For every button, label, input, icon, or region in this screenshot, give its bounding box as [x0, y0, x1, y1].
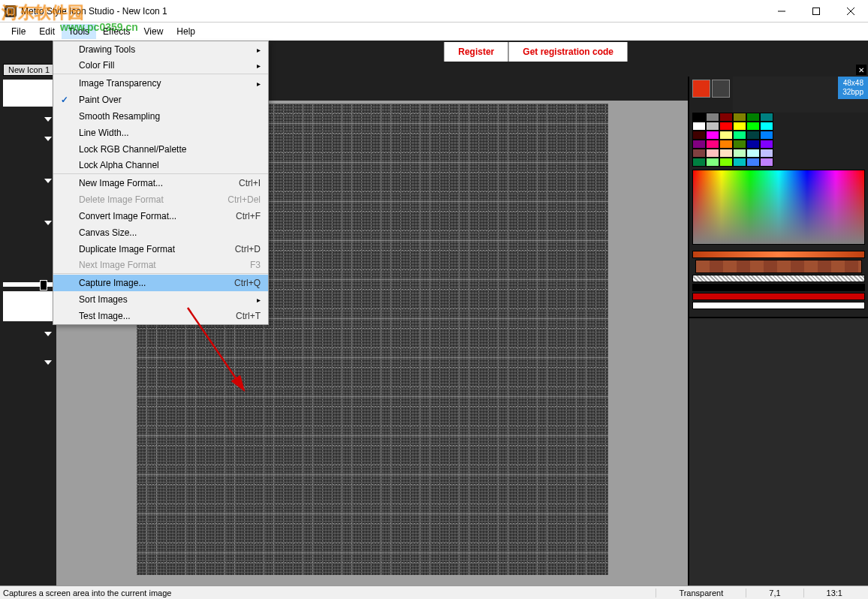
palette-swatch[interactable]: [746, 122, 760, 131]
palette-swatch[interactable]: [746, 149, 760, 158]
tool-row-5[interactable]: [0, 324, 56, 344]
menu-view[interactable]: View: [137, 24, 170, 39]
palette-swatch[interactable]: [692, 158, 706, 167]
menu-file[interactable]: File: [5, 24, 32, 39]
status-mode: Transparent: [656, 588, 746, 597]
tab-close-button[interactable]: ✕: [856, 65, 866, 75]
palette-swatch[interactable]: [733, 131, 746, 140]
palette-swatch[interactable]: [760, 158, 773, 167]
mi-capture-image[interactable]: Capture Image...Ctrl+Q: [53, 275, 268, 291]
mi-test-image[interactable]: Test Image...Ctrl+T: [53, 308, 268, 324]
palette-swatch[interactable]: [760, 113, 773, 122]
palette-swatch[interactable]: [760, 149, 773, 158]
menu-tools[interactable]: Tools: [62, 24, 96, 39]
hue-slider[interactable]: [692, 251, 865, 258]
palette-swatch[interactable]: [746, 113, 760, 122]
mi-next-image-format: Next Image FormatF3: [53, 257, 268, 274]
palette-swatch[interactable]: [719, 140, 733, 149]
gradient-color-picker[interactable]: [692, 170, 865, 245]
maximize-button[interactable]: [799, 0, 833, 23]
palette-swatch[interactable]: [733, 149, 746, 158]
mi-new-image-format[interactable]: New Image Format...Ctrl+I: [53, 175, 268, 191]
status-hint: Captures a screen area into the current …: [3, 588, 171, 597]
mi-lock-rgb[interactable]: Lock RGB Channel/Palette: [53, 141, 268, 158]
menu-help[interactable]: Help: [170, 24, 202, 39]
mi-delete-image-format: Delete Image FormatCtrl+Del: [53, 191, 268, 208]
background-color-swatch[interactable]: [712, 80, 730, 98]
palette-swatch[interactable]: [706, 113, 719, 122]
submenu-arrow-icon: ▸: [257, 62, 261, 70]
foreground-color-swatch[interactable]: [692, 80, 710, 98]
palette-swatch[interactable]: [746, 131, 760, 140]
mi-paint-over[interactable]: Paint Over: [53, 92, 268, 108]
dropdown-icon: [44, 137, 52, 141]
mi-color-fill[interactable]: Color Fill▸: [53, 58, 268, 74]
palette-swatch[interactable]: [706, 122, 719, 131]
palette-swatch[interactable]: [692, 131, 706, 140]
mi-sort-images[interactable]: Sort Images▸: [53, 291, 268, 308]
submenu-arrow-icon: ▸: [257, 296, 261, 304]
palette-swatch[interactable]: [733, 158, 746, 167]
palette-swatch[interactable]: [746, 158, 760, 167]
palette-swatch[interactable]: [746, 140, 760, 149]
minimize-button[interactable]: [764, 0, 799, 23]
palette-swatch[interactable]: [719, 149, 733, 158]
palette-swatch[interactable]: [760, 140, 773, 149]
mi-duplicate-image-format[interactable]: Duplicate Image FormatCtrl+D: [53, 241, 268, 257]
close-button[interactable]: [833, 0, 868, 23]
palette-swatch[interactable]: [760, 122, 773, 131]
pattern-slider[interactable]: [692, 275, 865, 282]
left-toolbox: [0, 77, 56, 585]
palette-swatch[interactable]: [733, 122, 746, 131]
right-panel: 48x48 32bpp: [688, 77, 868, 585]
palette-swatch[interactable]: [692, 149, 706, 158]
palette-swatch[interactable]: [692, 140, 706, 149]
mi-smooth-resampling[interactable]: Smooth Resampling: [53, 108, 268, 125]
mi-line-width[interactable]: Line Width...: [53, 125, 268, 141]
palette-swatch[interactable]: [692, 122, 706, 131]
value-slider[interactable]: [692, 284, 865, 291]
palette-swatch[interactable]: [719, 131, 733, 140]
menubar: File Edit Tools Effects View Help: [0, 23, 868, 41]
red-slider[interactable]: [692, 293, 865, 300]
texture-picker[interactable]: [695, 260, 862, 273]
tool-row-6[interactable]: [0, 353, 56, 372]
palette-swatch[interactable]: [719, 122, 733, 131]
dropdown-icon: [44, 117, 52, 122]
tool-row-2[interactable]: [0, 129, 56, 149]
palette-swatch[interactable]: [733, 140, 746, 149]
status-zoom: 13:1: [803, 588, 865, 597]
document-tab[interactable]: New Icon 1: [3, 64, 55, 76]
palette-swatch[interactable]: [760, 131, 773, 140]
tool-row-4[interactable]: [0, 213, 56, 233]
palette-swatch[interactable]: [706, 149, 719, 158]
menu-edit[interactable]: Edit: [32, 24, 62, 39]
palette-swatch[interactable]: [719, 113, 733, 122]
get-registration-code-button[interactable]: Get registration code: [508, 42, 628, 62]
tool-row-1[interactable]: [0, 110, 56, 129]
size-preview-large[interactable]: [3, 80, 53, 107]
menu-effects[interactable]: Effects: [96, 24, 137, 39]
palette-swatch[interactable]: [733, 113, 746, 122]
palette-swatch[interactable]: [706, 158, 719, 167]
preview-info: 48x48 32bpp: [838, 77, 868, 99]
palette-swatch[interactable]: [706, 140, 719, 149]
palette-swatch[interactable]: [692, 113, 706, 122]
submenu-arrow-icon: ▸: [257, 46, 261, 54]
brush-size-slider[interactable]: [3, 282, 53, 287]
size-preview-small[interactable]: [3, 291, 53, 321]
palette-swatch[interactable]: [719, 158, 733, 167]
color-palette: [689, 113, 868, 167]
alpha-slider[interactable]: [692, 302, 865, 309]
register-button[interactable]: Register: [444, 42, 508, 62]
svg-rect-1: [813, 8, 820, 14]
mi-lock-alpha[interactable]: Lock Alpha Channel: [53, 158, 268, 174]
mi-canvas-size[interactable]: Canvas Size...: [53, 224, 268, 241]
mi-convert-image-format[interactable]: Convert Image Format...Ctrl+F: [53, 208, 268, 224]
mi-image-transparency[interactable]: Image Transparency▸: [53, 75, 268, 92]
palette-swatch[interactable]: [706, 131, 719, 140]
current-colors: [689, 77, 733, 113]
tool-row-3[interactable]: [0, 171, 56, 191]
preview-size: 48x48: [842, 79, 863, 88]
mi-drawing-tools[interactable]: Drawing Tools▸: [53, 41, 268, 58]
